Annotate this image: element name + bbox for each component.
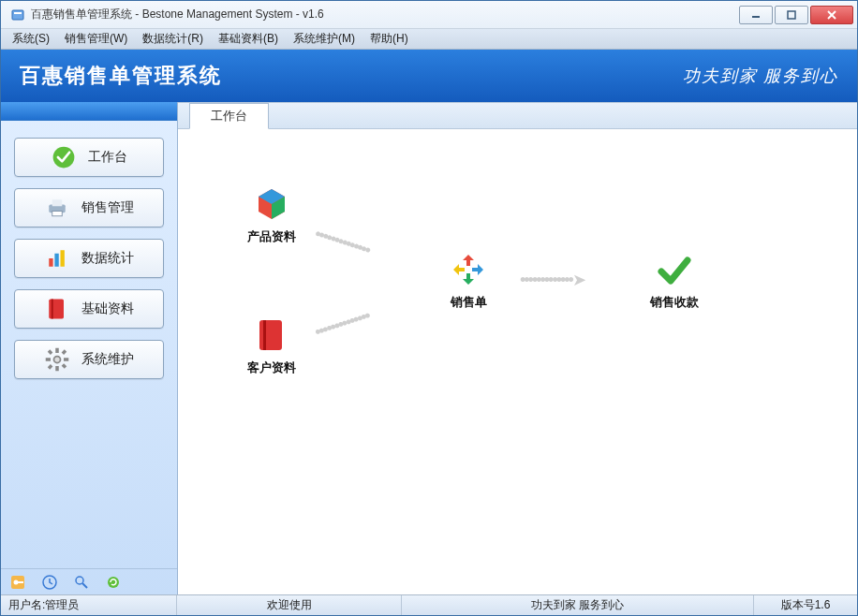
svg-rect-9 [52,212,63,216]
main-area: 工作台 产品资料 客户资料 [178,102,857,594]
banner-slogan: 功夫到家 服务到心 [683,65,839,87]
svg-rect-0 [12,10,23,20]
check-icon [656,251,693,288]
svg-point-23 [54,357,59,361]
tab-workbench[interactable]: 工作台 [189,103,269,129]
svg-point-30 [108,577,119,588]
svg-rect-3 [788,11,795,19]
svg-rect-11 [54,254,58,267]
svg-rect-18 [64,358,68,361]
svg-line-29 [82,583,87,588]
flow-connector: •••••••••••••➤ [520,270,584,290]
node-order[interactable]: 销售单 [422,251,515,311]
node-product[interactable]: 产品资料 [225,185,318,245]
svg-point-6 [53,147,75,169]
svg-rect-10 [49,258,52,267]
refresh-icon[interactable] [106,575,121,590]
flow-connector: •••••••••••••• [312,224,372,260]
svg-rect-22 [62,349,67,355]
red-book-icon [253,316,290,354]
sidebar-item-workbench[interactable]: 工作台 [14,138,164,177]
menu-maint[interactable]: 系统维护(M) [286,29,362,49]
node-label: 销售收款 [650,294,699,311]
svg-rect-1 [14,12,22,14]
svg-rect-34 [263,320,266,350]
node-label: 产品资料 [247,228,296,245]
bar-chart-icon [44,245,70,271]
flow-connector: •••••••••••••• [312,306,372,343]
gear-icon [44,346,70,373]
close-button[interactable] [810,6,853,24]
svg-rect-21 [48,364,53,370]
sidebar-footer [1,568,177,594]
menu-system[interactable]: 系统(S) [5,29,57,49]
svg-rect-8 [52,199,63,206]
maximize-button[interactable] [775,6,808,24]
menu-sales[interactable]: 销售管理(W) [57,29,135,49]
menubar: 系统(S) 销售管理(W) 数据统计(R) 基础资料(B) 系统维护(M) 帮助… [1,29,857,50]
svg-rect-20 [62,363,67,369]
window-controls [737,6,853,24]
body: 工作台 销售管理 数据统计 [1,102,857,594]
banner-title: 百惠销售单管理系统 [20,62,222,90]
app-window: 百惠销售单管理系统 - Bestone Management System - … [0,0,858,616]
menu-basedata[interactable]: 基础资料(B) [211,29,286,49]
printer-icon [44,195,70,221]
status-welcome: 欢迎使用 [177,595,402,615]
search-icon[interactable] [74,575,89,590]
sidebar-accent [1,102,177,121]
book-icon [44,296,70,322]
sidebar-item-sales[interactable]: 销售管理 [14,188,164,227]
workspace-canvas: 产品资料 客户资料 [178,129,857,594]
node-label: 客户资料 [247,359,296,376]
node-label: 销售单 [451,294,487,311]
sidebar-item-label: 销售管理 [81,199,134,216]
cycle-arrows-icon [450,251,487,288]
svg-rect-19 [48,349,53,355]
svg-rect-17 [46,358,51,361]
status-slogan: 功夫到家 服务到心 [402,595,754,615]
sidebar-item-maint[interactable]: 系统维护 [14,340,164,379]
check-circle-icon [51,144,77,170]
node-customer[interactable]: 客户资料 [225,316,318,376]
sidebar-item-label: 基础资料 [81,301,134,317]
svg-point-25 [14,579,19,584]
sidebar-item-basedata[interactable]: 基础资料 [14,289,164,329]
sidebar: 工作台 销售管理 数据统计 [1,102,178,594]
box-icon [253,185,290,223]
sidebar-item-label: 数据统计 [81,250,134,267]
svg-rect-15 [55,348,59,353]
tabstrip: 工作台 [178,103,857,129]
svg-rect-12 [61,250,65,267]
window-title: 百惠销售单管理系统 - Bestone Management System - … [31,7,737,22]
svg-point-28 [76,577,83,584]
status-user: 用户名:管理员 [1,595,177,615]
sidebar-buttons: 工作台 销售管理 数据统计 [1,121,177,568]
statusbar: 用户名:管理员 欢迎使用 功夫到家 服务到心 版本号1.6 [1,594,857,615]
svg-rect-13 [52,300,53,319]
app-icon [10,7,25,22]
sidebar-item-label: 系统维护 [81,351,134,368]
menu-stats[interactable]: 数据统计(R) [135,29,211,49]
banner: 百惠销售单管理系统 功夫到家 服务到心 [1,50,857,102]
node-receipt[interactable]: 销售收款 [628,251,721,311]
svg-rect-16 [55,366,59,371]
key-icon[interactable] [10,575,25,590]
menu-help[interactable]: 帮助(H) [362,29,416,49]
sidebar-item-stats[interactable]: 数据统计 [14,239,164,278]
svg-rect-26 [18,581,23,583]
sidebar-item-label: 工作台 [88,149,127,166]
titlebar: 百惠销售单管理系统 - Bestone Management System - … [1,1,857,29]
status-version: 版本号1.6 [754,595,857,615]
minimize-button[interactable] [739,6,773,24]
clock-icon[interactable] [42,575,57,590]
